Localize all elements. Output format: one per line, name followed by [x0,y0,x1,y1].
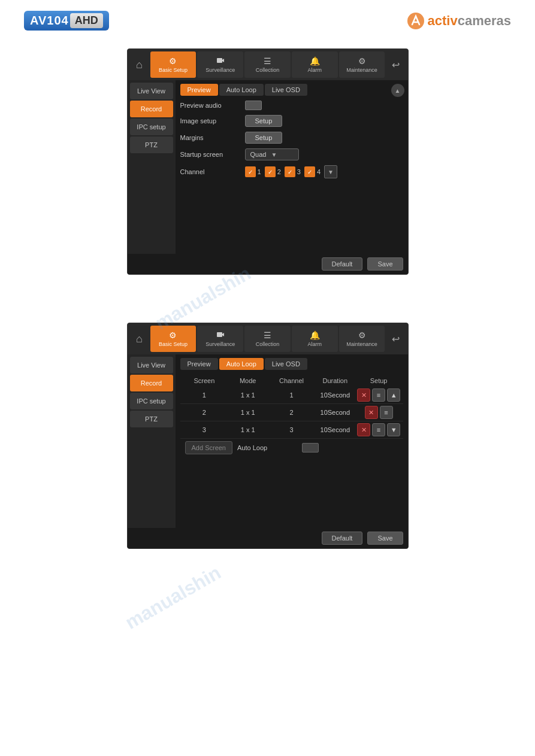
sidenav-ptz-2[interactable]: PTZ [130,411,173,427]
channel-2-check[interactable]: ✓ [265,166,276,177]
table-row-3: 3 1 x 1 3 10Second ✕ ≡ ▼ [180,421,403,439]
th-mode: Mode [226,376,270,385]
home-button-1[interactable]: ⌂ [130,54,149,75]
nav-tabs-1: ⚙ Basic Setup Surveillance ☰ Collection … [150,51,385,78]
preview-audio-toggle[interactable] [245,101,262,110]
surveillance-label-1: Surveillance [205,67,235,73]
sidenav-ptz-1[interactable]: PTZ [130,136,173,153]
save-button-2[interactable]: Save [367,532,403,545]
bottom-btns-2: Default Save [128,528,408,548]
watermark-2: manualshin [122,561,225,634]
tab-surveillance-2[interactable]: Surveillance [197,326,243,352]
save-button-1[interactable]: Save [367,257,403,271]
basic-setup-icon-1: ⚙ [169,56,177,66]
delete-row-3-btn[interactable]: ✕ [357,423,370,436]
cameras-span: cameras [458,13,511,28]
table-row-2: 2 1 x 1 2 10Second ✕ ≡ [180,404,403,421]
bottom-btns-1: Default Save [128,254,408,274]
td-setup-1: ✕ ≡ ▲ [357,388,401,402]
scroll-up-row-1[interactable]: ▲ [387,388,400,402]
surveillance-icon-1 [216,56,225,66]
tab-surveillance-1[interactable]: Surveillance [197,51,243,78]
tab-alarm-1[interactable]: 🔔 Alarm [292,51,338,78]
scroll-down-row-3[interactable]: ▼ [387,423,400,436]
td-duration-2: 10Second [313,409,357,416]
svg-marker-4 [222,333,224,336]
delete-row-2-btn[interactable]: ✕ [365,406,378,419]
add-screen-button[interactable]: Add Screen [185,441,232,454]
default-button-2[interactable]: Default [322,532,363,545]
td-channel-2: 2 [270,409,313,416]
content-area-2: Preview Auto Loop Live OSD Screen Mode C… [176,354,408,528]
sidenav-ipc-1[interactable]: IPC setup [130,119,173,135]
av-logo-text: AV104 [30,14,69,28]
home-button-2[interactable]: ⌂ [130,328,149,350]
dvr-panel-2: ⌂ ⚙ Basic Setup Surveillance ☰ Collectio… [127,323,409,549]
td-setup-3: ✕ ≡ ▼ [357,423,401,436]
image-setup-label: Image setup [180,117,240,125]
edit-row-2-btn[interactable]: ≡ [380,406,393,419]
td-screen-1: 1 [183,391,226,399]
surveillance-label-2: Surveillance [205,341,235,347]
subtab-liveosd-1[interactable]: Live OSD [265,84,307,96]
ahd-logo-text: AHD [75,14,98,26]
channel-1-item: ✓ 1 [245,166,261,177]
startup-screen-label: Startup screen [180,151,240,158]
margins-label: Margins [180,134,240,141]
channel-3-item: ✓ 3 [285,166,301,177]
panel-body-1: Live View Record IPC setup PTZ ▲ Preview… [128,80,408,254]
maintenance-label-2: Maintenance [346,341,377,347]
subtab-autoloop-1[interactable]: Auto Loop [219,84,264,96]
back-button-1[interactable]: ↩ [386,54,406,75]
back-button-2[interactable]: ↩ [386,328,406,350]
delete-row-1-btn[interactable]: ✕ [357,388,370,402]
tab-maintenance-2[interactable]: ⚙ Maintenance [339,326,385,352]
tab-collection-1[interactable]: ☰ Collection [244,51,291,78]
auto-loop-toggle[interactable] [302,443,319,453]
edit-row-3-btn[interactable]: ≡ [372,423,385,436]
alarm-icon-1: 🔔 [310,56,320,66]
sub-tabs-1: Preview Auto Loop Live OSD [180,84,403,96]
sidenav-liveview-2[interactable]: Live View [130,357,173,374]
margins-setup-button[interactable]: Setup [245,132,283,144]
tab-alarm-2[interactable]: 🔔 Alarm [292,326,338,352]
activ-label-text: activcameras [428,13,511,29]
auto-loop-label: Auto Loop [237,444,297,451]
tab-collection-2[interactable]: ☰ Collection [244,326,291,352]
edit-row-1-btn[interactable]: ≡ [372,388,385,402]
startup-screen-dropdown[interactable]: Quad ▼ [245,148,299,160]
channel-3-check[interactable]: ✓ [285,166,295,177]
ahd-box: AHD [70,13,103,28]
sidenav-record-2[interactable]: Record [130,375,173,391]
tab-basic-setup-1[interactable]: ⚙ Basic Setup [150,51,197,78]
sidenav-ipc-2[interactable]: IPC setup [130,393,173,409]
channel-4-label: 4 [317,168,321,175]
image-setup-button[interactable]: Setup [245,115,283,127]
th-duration: Duration [313,376,357,385]
td-duration-1: 10Second [313,391,357,399]
subtab-autoloop-2[interactable]: Auto Loop [219,358,264,370]
scroll-up-1[interactable]: ▲ [391,84,404,97]
default-button-1[interactable]: Default [322,257,363,271]
table-row-1: 1 1 x 1 1 10Second ✕ ≡ ▲ [180,387,403,404]
td-screen-2: 2 [183,409,226,416]
channel-2-label: 2 [277,168,281,175]
sidenav-liveview-1[interactable]: Live View [130,83,173,99]
subtab-preview-2[interactable]: Preview [180,358,218,370]
channel-4-item: ✓ 4 [304,166,321,177]
collection-label-2: Collection [256,341,280,347]
td-setup-2: ✕ ≡ [357,406,401,419]
tab-maintenance-1[interactable]: ⚙ Maintenance [339,51,385,78]
side-nav-2: Live View Record IPC setup PTZ [128,354,176,528]
sidenav-record-1[interactable]: Record [130,101,173,117]
subtab-liveosd-2[interactable]: Live OSD [265,358,307,370]
alarm-icon-2: 🔔 [310,330,320,340]
channel-4-check[interactable]: ✓ [304,166,315,177]
td-mode-1: 1 x 1 [226,391,270,399]
subtab-preview-1[interactable]: Preview [180,84,218,96]
tab-basic-setup-2[interactable]: ⚙ Basic Setup [150,326,197,352]
channel-1-check[interactable]: ✓ [245,166,256,177]
td-channel-3: 3 [270,426,313,433]
channel-expand-btn[interactable]: ▼ [324,165,337,178]
td-mode-2: 1 x 1 [226,409,270,416]
